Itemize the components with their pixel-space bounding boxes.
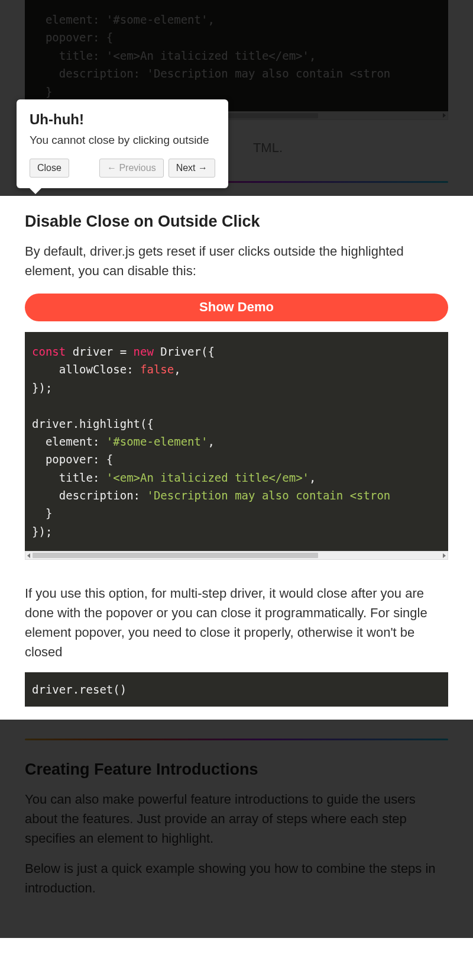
- section-intro: By default, driver.js gets reset if user…: [25, 241, 448, 281]
- horizontal-scrollbar[interactable]: [25, 551, 448, 560]
- section-note: If you use this option, for multi-step d…: [25, 584, 448, 662]
- show-demo-button[interactable]: Show Demo: [25, 294, 448, 321]
- feature-p2: Below is just a quick example showing yo…: [25, 859, 448, 898]
- previous-button[interactable]: ← Previous: [99, 159, 164, 178]
- next-button[interactable]: Next →: [169, 159, 215, 178]
- section-heading: Disable Close on Outside Click: [25, 212, 448, 231]
- close-button[interactable]: Close: [30, 159, 69, 178]
- driver-popover: Uh-huh! You cannot close by clicking out…: [17, 99, 228, 188]
- divider: [25, 739, 448, 740]
- popover-title: Uh-huh!: [30, 111, 215, 128]
- code-block-top: element: '#some-element', popover: { tit…: [25, 0, 448, 111]
- code-block-reset: driver.reset(): [25, 672, 448, 707]
- disable-close-section: Disable Close on Outside Click By defaul…: [0, 196, 473, 720]
- code-block-main: const driver = new Driver({ allowClose: …: [25, 332, 448, 551]
- popover-description: You cannot close by clicking outside: [30, 134, 215, 147]
- feature-p1: You can also make powerful feature intro…: [25, 789, 448, 848]
- feature-heading: Creating Feature Introductions: [25, 760, 448, 779]
